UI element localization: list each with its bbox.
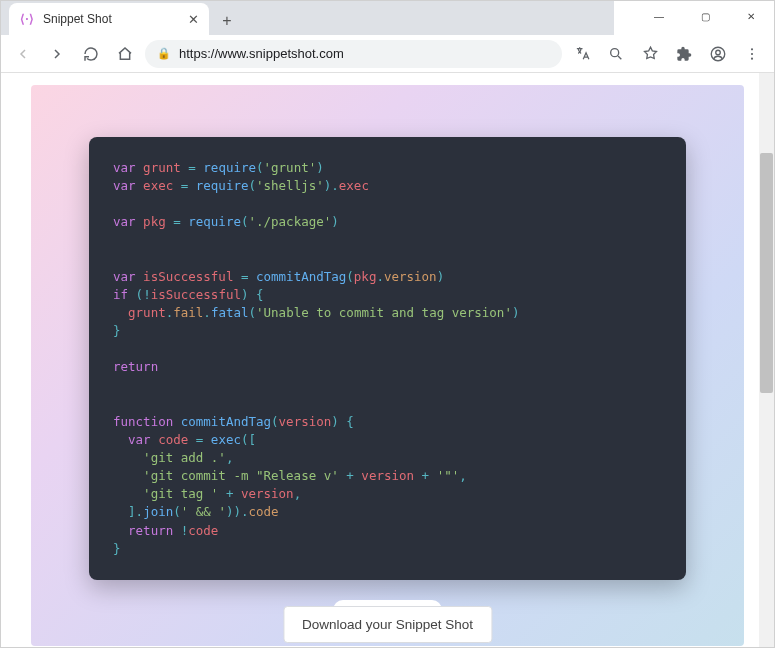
window-minimize-button[interactable]: — [636, 1, 682, 31]
menu-dots-icon[interactable] [738, 40, 766, 68]
lock-icon: 🔒 [157, 47, 171, 60]
browser-tab[interactable]: ⟨·⟩ Snippet Shot ✕ [9, 3, 209, 35]
snippet-gradient-card: var grunt = require('grunt') var exec = … [31, 85, 744, 646]
favicon-icon: ⟨·⟩ [19, 11, 35, 27]
tab-close-icon[interactable]: ✕ [188, 12, 199, 27]
bookmark-star-icon[interactable] [636, 40, 664, 68]
scrollbar-thumb[interactable] [760, 153, 773, 393]
svg-point-3 [751, 48, 753, 50]
svg-point-0 [611, 48, 619, 56]
svg-point-4 [751, 52, 753, 54]
svg-point-5 [751, 57, 753, 59]
extensions-icon[interactable] [670, 40, 698, 68]
browser-toolbar: 🔒 https://www.snippetshot.com [1, 35, 774, 73]
forward-button[interactable] [43, 40, 71, 68]
profile-icon[interactable] [704, 40, 732, 68]
tab-title: Snippet Shot [43, 12, 180, 26]
reload-button[interactable] [77, 40, 105, 68]
svg-point-2 [716, 50, 721, 55]
page-viewport: var grunt = require('grunt') var exec = … [1, 73, 774, 648]
home-button[interactable] [111, 40, 139, 68]
url-text: https://www.snippetshot.com [179, 46, 344, 61]
address-bar[interactable]: 🔒 https://www.snippetshot.com [145, 40, 562, 68]
download-button[interactable]: Download your Snippet Shot [283, 606, 492, 643]
translate-icon[interactable] [568, 40, 596, 68]
zoom-icon[interactable] [602, 40, 630, 68]
tab-strip: ⟨·⟩ Snippet Shot ✕ + [1, 1, 614, 35]
vertical-scrollbar[interactable] [759, 73, 774, 648]
back-button[interactable] [9, 40, 37, 68]
window-maximize-button[interactable]: ▢ [682, 1, 728, 31]
window-close-button[interactable]: ✕ [728, 1, 774, 31]
new-tab-button[interactable]: + [213, 7, 241, 35]
code-block: var grunt = require('grunt') var exec = … [89, 137, 686, 580]
